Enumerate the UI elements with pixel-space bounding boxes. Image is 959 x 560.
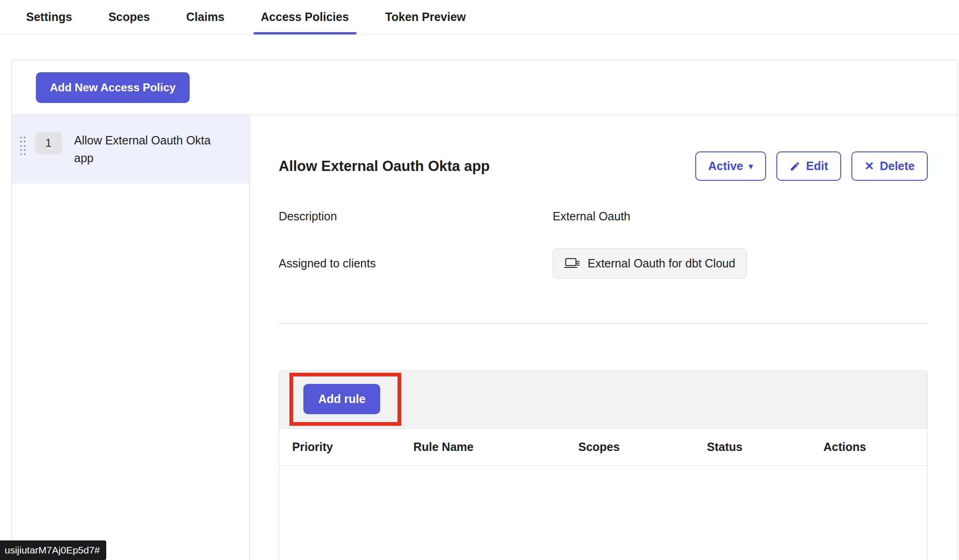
- column-header-actions: Actions: [823, 440, 927, 454]
- policy-priority-badge: 1: [35, 132, 62, 154]
- close-icon: ✕: [864, 159, 874, 173]
- policy-detail: Allow External Oauth Okta app Active ▾ E…: [250, 115, 958, 560]
- tab-token-preview-label: Token Preview: [385, 10, 466, 24]
- tab-scopes-label: Scopes: [109, 10, 150, 24]
- tab-bar: Settings Scopes Claims Access Policies T…: [0, 0, 959, 34]
- assigned-clients-label: Assigned to clients: [279, 257, 553, 270]
- rules-table-body-empty: [279, 466, 927, 560]
- edit-policy-button[interactable]: Edit: [776, 151, 841, 181]
- computer-icon: [564, 257, 580, 270]
- edit-button-label: Edit: [806, 159, 828, 173]
- detail-title-row: Allow External Oauth Okta app Active ▾ E…: [279, 151, 928, 181]
- tab-settings-label: Settings: [26, 10, 72, 24]
- description-row: Description External Oauth: [279, 210, 928, 223]
- tab-access-policies[interactable]: Access Policies: [253, 0, 356, 34]
- rules-toolbar: Add rule: [279, 371, 927, 428]
- chevron-down-icon: ▾: [749, 161, 753, 171]
- rules-card: Add rule Priority Rule Name Scopes Statu…: [279, 370, 928, 560]
- description-value: External Oauth: [553, 210, 928, 223]
- drag-handle-icon[interactable]: [19, 136, 27, 156]
- tab-claims[interactable]: Claims: [179, 0, 232, 34]
- tab-settings[interactable]: Settings: [19, 0, 80, 34]
- add-rule-button[interactable]: Add rule: [303, 384, 380, 414]
- description-label: Description: [279, 210, 553, 223]
- policy-list: 1 Allow External Oauth Okta app: [12, 115, 250, 560]
- tab-scopes[interactable]: Scopes: [101, 0, 158, 34]
- assigned-clients-row: Assigned to clients External Oauth for d…: [279, 248, 928, 279]
- tab-access-policies-label: Access Policies: [261, 10, 349, 24]
- panel-header: Add New Access Policy: [12, 60, 958, 115]
- policy-action-buttons: Active ▾ Edit ✕ Delete: [695, 151, 928, 181]
- active-status-dropdown[interactable]: Active ▾: [695, 151, 766, 181]
- column-header-status: Status: [707, 440, 823, 454]
- rules-table-header: Priority Rule Name Scopes Status Actions: [279, 428, 927, 466]
- panel-body: 1 Allow External Oauth Okta app Allow Ex…: [12, 115, 958, 560]
- link-preview-status-bar: usijiutarM7Aj0Ep5d7#: [0, 540, 106, 560]
- column-header-scopes: Scopes: [578, 440, 707, 454]
- active-status-label: Active: [708, 159, 743, 173]
- delete-policy-button[interactable]: ✕ Delete: [851, 151, 928, 181]
- client-chip: External Oauth for dbt Cloud: [553, 248, 747, 279]
- client-chip-label: External Oauth for dbt Cloud: [588, 257, 735, 270]
- column-header-priority: Priority: [292, 440, 413, 454]
- policy-name: Allow External Oauth Okta app: [74, 132, 214, 167]
- tab-token-preview[interactable]: Token Preview: [378, 0, 473, 34]
- access-policies-panel: Add New Access Policy 1: [11, 60, 958, 560]
- add-new-access-policy-button[interactable]: Add New Access Policy: [36, 72, 190, 103]
- delete-button-label: Delete: [880, 159, 915, 173]
- section-divider: [279, 323, 928, 324]
- policy-detail-title: Allow External Oauth Okta app: [279, 158, 490, 175]
- pencil-icon: [789, 161, 801, 172]
- column-header-rule-name: Rule Name: [413, 440, 578, 454]
- policy-list-item[interactable]: 1 Allow External Oauth Okta app: [12, 115, 249, 184]
- tab-claims-label: Claims: [186, 10, 225, 24]
